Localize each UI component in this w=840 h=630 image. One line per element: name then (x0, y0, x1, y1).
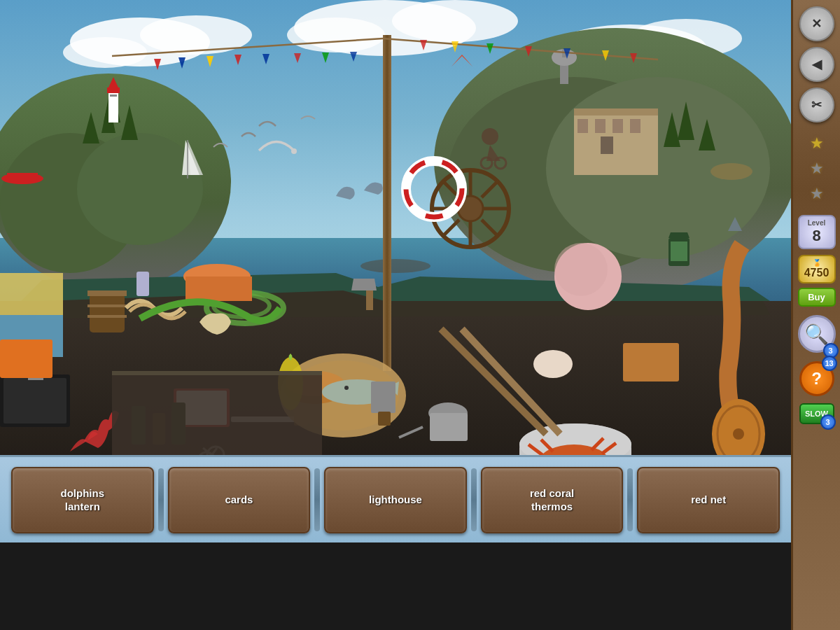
svg-rect-32 (612, 119, 623, 133)
item2-line1: cards (225, 493, 253, 505)
svg-rect-151 (112, 371, 322, 375)
svg-rect-93 (186, 276, 252, 301)
item5-line1: red net (691, 493, 726, 505)
slot-divider-1 (158, 468, 164, 531)
svg-rect-127 (671, 241, 687, 261)
star-2: ★ (806, 158, 827, 179)
level-badge: Level 8 (798, 215, 836, 249)
level-number: 8 (802, 227, 832, 245)
slow-badge: 3 (820, 414, 836, 430)
svg-rect-31 (595, 119, 606, 133)
game-container: dolphins lantern cards lighthouse red co… (0, 0, 840, 630)
settings-button[interactable]: ✂ (799, 88, 834, 122)
svg-rect-43 (7, 173, 38, 178)
svg-point-134 (533, 350, 573, 378)
svg-marker-128 (668, 232, 690, 238)
svg-point-149 (710, 163, 752, 180)
svg-point-6 (287, 18, 385, 52)
search-item-red-coral-thermos[interactable]: red coral thermos (481, 467, 624, 533)
search-item-red-net[interactable]: red net (637, 467, 780, 533)
star-1: ★ (806, 133, 827, 154)
item4-line2: thermos (531, 500, 573, 512)
item4-line1: red coral (530, 487, 574, 499)
svg-rect-87 (88, 315, 127, 318)
game-scene[interactable]: dolphins lantern cards lighthouse red co… (0, 0, 791, 542)
svg-rect-141 (136, 272, 149, 296)
slot-divider-2 (314, 468, 320, 531)
star-3: ★ (806, 183, 827, 204)
buy-button[interactable]: Buy (798, 288, 836, 307)
svg-point-46 (291, 148, 297, 154)
svg-rect-30 (578, 119, 588, 133)
question-badge: 13 (822, 356, 837, 371)
close-button[interactable]: ✕ (799, 6, 834, 41)
svg-point-5 (392, 0, 518, 42)
svg-rect-19 (107, 88, 120, 93)
svg-rect-86 (88, 304, 127, 307)
coins-badge: 🏅 4750 (798, 255, 836, 284)
svg-rect-121 (430, 413, 468, 441)
svg-point-13 (77, 133, 203, 245)
svg-point-108 (344, 386, 349, 390)
svg-rect-88 (0, 273, 63, 315)
svg-point-44 (360, 259, 430, 273)
search-item-dolphins-lantern[interactable]: dolphins lantern (11, 467, 154, 533)
bottom-bar: dolphins lantern cards lighthouse red co… (0, 455, 791, 542)
item3-line1: lighthouse (369, 493, 422, 505)
level-label: Level (802, 219, 832, 227)
svg-rect-148 (0, 340, 52, 378)
sound-button[interactable]: ◀ (799, 47, 834, 82)
slot-divider-4 (627, 468, 633, 531)
search-item-cards[interactable]: cards (168, 467, 311, 533)
search-item-lighthouse[interactable]: lighthouse (324, 467, 467, 533)
magnify-container: 🔍 3 (798, 312, 836, 356)
right-sidebar: ✕ ◀ ✂ ★ ★ ★ Level 8 🏅 4750 Buy 🔍 3 ? 13 (791, 0, 840, 630)
svg-point-125 (733, 428, 744, 440)
svg-rect-146 (4, 378, 66, 424)
svg-rect-33 (630, 119, 640, 133)
svg-rect-29 (574, 108, 658, 115)
svg-point-81 (482, 128, 498, 145)
svg-marker-138 (351, 279, 377, 290)
svg-rect-111 (378, 412, 391, 426)
svg-rect-34 (601, 136, 613, 154)
svg-rect-51 (383, 35, 391, 371)
slow-container: SLOW 3 (799, 402, 834, 426)
svg-rect-21 (110, 94, 117, 97)
svg-point-3 (63, 37, 147, 68)
coins-amount: 4750 (802, 267, 832, 279)
item1-line1: dolphins (61, 487, 105, 499)
question-container: ? 13 (799, 358, 834, 399)
svg-rect-133 (623, 343, 679, 382)
item1-line2: lantern (65, 500, 100, 512)
svg-rect-110 (371, 382, 396, 413)
slot-divider-3 (471, 468, 477, 531)
coins-icon: 🏅 (802, 259, 832, 267)
svg-point-136 (554, 243, 608, 296)
svg-rect-84 (90, 294, 125, 332)
svg-rect-85 (88, 290, 127, 296)
